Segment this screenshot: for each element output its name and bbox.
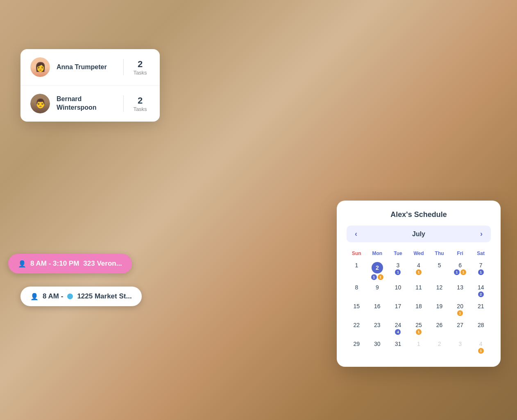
person-name-bernard: Bernard Winterspoon (57, 95, 117, 112)
next-month-button[interactable]: › (478, 230, 484, 238)
avatar-anna: 👩 (30, 57, 50, 77)
person-icon-2: 👤 (30, 293, 39, 300)
cal-cell[interactable]: 17 (388, 301, 408, 319)
cal-cell[interactable]: 6 11 (450, 260, 470, 282)
cal-cell[interactable]: 9 (367, 282, 388, 300)
status-dot (67, 294, 73, 299)
cal-cell[interactable]: 18 (409, 301, 429, 319)
cal-cell[interactable]: 13 (450, 282, 470, 300)
cal-cell[interactable]: 1 (409, 339, 429, 357)
schedule-pill-pink: 👤 8 AM - 3:10 PM 323 Veron... (8, 254, 132, 273)
calendar-month: July (412, 230, 425, 238)
face-anna: 👩 (30, 57, 50, 77)
task-count-bernard: 2 Tasks (130, 95, 150, 112)
calendar-grid: Sun Mon Tue Wed Thu Fri Sat 1 2 11 3 1 4… (347, 249, 491, 357)
cal-cell[interactable]: 15 (347, 301, 367, 319)
task-count-anna: 2 Tasks (130, 59, 150, 76)
pill-pink-address: 323 Veron... (83, 260, 122, 268)
cal-cell[interactable]: 25 1 (409, 320, 429, 338)
person-name-anna: Anna Trumpeter (57, 63, 117, 72)
pill-white-time: 8 AM - (43, 292, 63, 300)
cal-cell[interactable]: 3 1 (388, 260, 408, 282)
cal-cell[interactable]: 4 1 (471, 339, 491, 357)
day-header-tue: Tue (388, 249, 408, 260)
pill-pink-time: 8 AM - 3:10 PM (30, 260, 79, 268)
cal-cell[interactable]: 26 (429, 320, 449, 338)
day-header-wed: Wed (409, 249, 429, 260)
calendar-title: Alex's Schedule (347, 210, 491, 219)
cal-cell[interactable]: 29 (347, 339, 367, 357)
calendar-nav: ‹ July › (347, 226, 491, 242)
cal-cell[interactable]: 24 4 (388, 320, 408, 338)
schedule-pill-white: 👤 8 AM - 1225 Market St... (20, 287, 142, 306)
task-divider (123, 95, 124, 112)
cal-cell[interactable]: 23 (367, 320, 388, 338)
pill-white-address: 1225 Market St... (77, 292, 132, 300)
cal-cell[interactable]: 2 (429, 339, 449, 357)
cal-cell[interactable]: 2 11 (367, 260, 388, 282)
task-row: 👨 Bernard Winterspoon 2 Tasks (20, 86, 160, 122)
cal-cell[interactable]: 16 (367, 301, 388, 319)
prev-month-button[interactable]: ‹ (353, 230, 359, 238)
person-icon: 👤 (18, 260, 26, 268)
cal-cell[interactable]: 11 (409, 282, 429, 300)
cal-cell[interactable]: 12 (429, 282, 449, 300)
calendar-card: Alex's Schedule ‹ July › Sun Mon Tue Wed… (337, 201, 501, 367)
day-header-thu: Thu (429, 249, 449, 260)
task-divider (123, 59, 124, 75)
cal-cell[interactable]: 30 (367, 339, 388, 357)
avatar-bernard: 👨 (30, 94, 50, 113)
cal-cell[interactable]: 3 (450, 339, 470, 357)
cal-cell[interactable]: 8 (347, 282, 367, 300)
cal-cell[interactable]: 10 (388, 282, 408, 300)
cal-cell[interactable]: 22 (347, 320, 367, 338)
task-row: 👩 Anna Trumpeter 2 Tasks (20, 49, 160, 86)
day-header-sat: Sat (471, 249, 491, 260)
cal-cell[interactable]: 19 (429, 301, 449, 319)
cal-cell[interactable]: 4 1 (409, 260, 429, 282)
cal-cell[interactable]: 21 (471, 301, 491, 319)
cal-cell[interactable]: 27 (450, 320, 470, 338)
day-header-sun: Sun (347, 249, 367, 260)
cal-cell[interactable]: 1 (347, 260, 367, 282)
face-bernard: 👨 (30, 94, 50, 113)
day-header-mon: Mon (367, 249, 388, 260)
cal-cell[interactable]: 28 (471, 320, 491, 338)
day-header-fri: Fri (450, 249, 470, 260)
cal-cell[interactable]: 20 1 (450, 301, 470, 319)
cal-cell[interactable]: 5 (429, 260, 449, 282)
task-card: 👩 Anna Trumpeter 2 Tasks 👨 Bernard Winte… (20, 49, 160, 122)
cal-cell[interactable]: 31 (388, 339, 408, 357)
cal-cell[interactable]: 14 2 (471, 282, 491, 300)
cal-cell[interactable]: 7 1 (471, 260, 491, 282)
